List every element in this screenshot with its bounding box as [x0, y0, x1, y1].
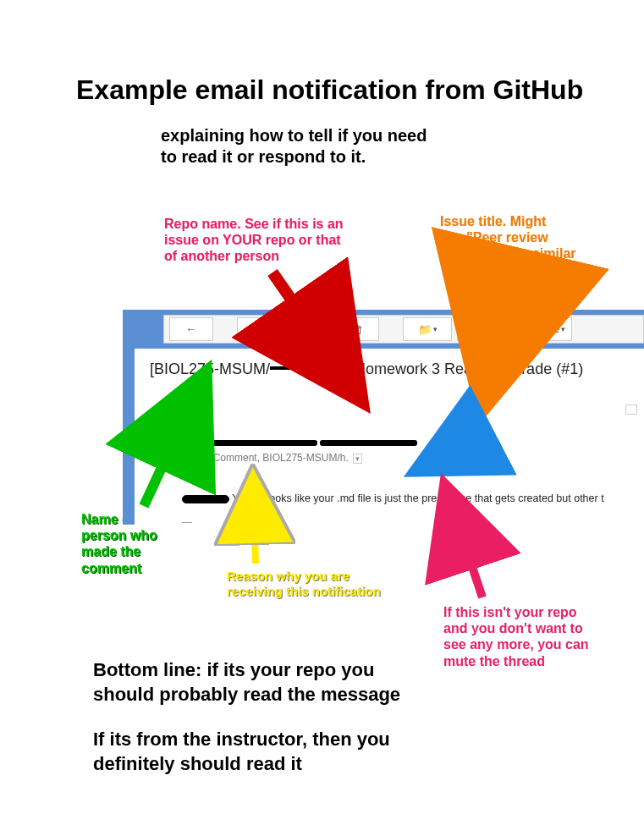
label-icon: 🏷: [473, 323, 484, 336]
archive-button[interactable]: ⧈: [237, 317, 281, 341]
back-button[interactable]: ←: [169, 317, 213, 341]
arrow-pink: [457, 521, 482, 597]
redacted-commenter-handle: [182, 495, 229, 503]
label-button[interactable]: 🏷▾: [457, 317, 506, 341]
delete-button[interactable]: 🗑: [335, 317, 379, 341]
folder-icon: 📁: [418, 323, 432, 336]
annotation-reason: Reason why you are receiving this notifi…: [227, 569, 381, 599]
recipients-text: to me, Comment, BIOL275-MSUM/h.: [182, 452, 349, 464]
avatar: ◉: [146, 438, 172, 464]
move-button[interactable]: 📁▾: [403, 317, 452, 341]
redacted-sender-name: [182, 440, 317, 446]
redacted-repo-name: [270, 366, 346, 370]
email-screenshot: ← ⧈ ⊘ 🗑 📁▾ 🏷▾ More▾ [BIOL275-MSUM/] Home…: [123, 310, 644, 525]
more-label: More: [537, 323, 559, 335]
email-body: [BIOL275-MSUM/] Homework 3 Ready to Grad…: [135, 349, 644, 525]
recipients-line: to me, Comment, BIOL275-MSUM/h. ▾: [182, 452, 417, 464]
annotation-mute: If this isn't your repo and you don't wa…: [443, 604, 589, 669]
page-subtitle: explaining how to tell if you need to re…: [161, 125, 427, 168]
separator-dash: —: [182, 516, 192, 525]
annotation-repo-name: Repo name. See if this is an issue on YO…: [164, 216, 344, 265]
subject-repo-prefix: [BIOL275-MSUM/: [150, 360, 270, 377]
sender-block: to me, Comment, BIOL275-MSUM/h. ▾: [182, 437, 417, 464]
details-dropdown-icon[interactable]: ▾: [353, 454, 362, 464]
bottom-line-2: If its from the instructor, then you def…: [93, 728, 390, 776]
comment-line: Yeah it looks like your .md file is just…: [182, 492, 604, 504]
email-subject: [BIOL275-MSUM/] Homework 3 Ready to Grad…: [150, 360, 636, 378]
comment-text: Yeah it looks like your .md file is just…: [229, 492, 604, 504]
spam-button[interactable]: ⊘: [286, 317, 330, 341]
more-button[interactable]: More▾: [530, 317, 572, 341]
print-icon[interactable]: [625, 404, 637, 415]
subject-issue-title: ] Homework 3 Ready to Grade (#1): [346, 360, 583, 377]
annotation-issue-title: Issue title. Might say "Peer review requ…: [440, 213, 576, 262]
page-title: Example email notification from GitHub: [76, 74, 583, 106]
email-toolbar: ← ⧈ ⊘ 🗑 📁▾ 🏷▾ More▾: [163, 315, 644, 344]
redacted-sender-email: [320, 440, 417, 446]
bottom-line-1: Bottom line: if its your repo you should…: [93, 658, 400, 707]
